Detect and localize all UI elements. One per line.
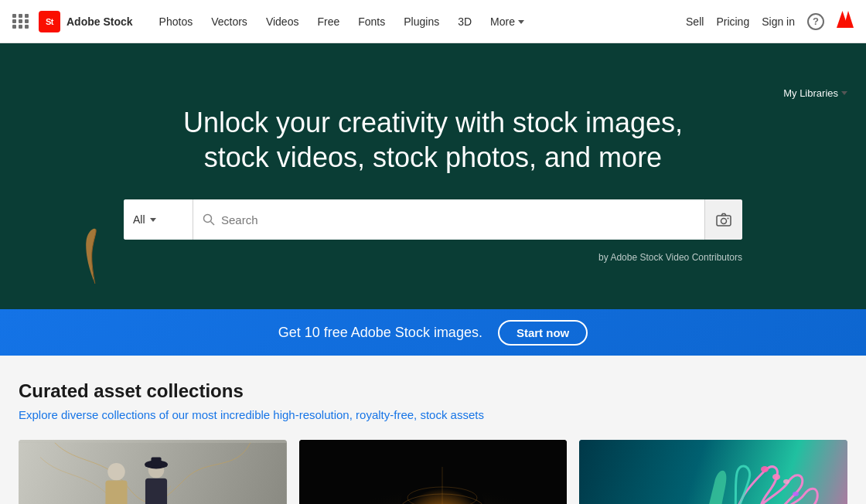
nav-link-videos[interactable]: Videos	[258, 0, 307, 43]
search-icon	[203, 213, 215, 226]
camera-search-button[interactable]	[704, 199, 742, 240]
logo-badge: St	[39, 11, 60, 32]
help-icon[interactable]: ?	[807, 13, 824, 30]
collection-card-2[interactable]	[299, 440, 568, 504]
hero-attribution: by Adobe Stock Video Contributors	[0, 252, 866, 263]
hero-content: Unlock your creativity with stock images…	[0, 105, 866, 240]
nav-link-plugins[interactable]: Plugins	[396, 0, 447, 43]
nav-link-fonts[interactable]: Fonts	[350, 0, 393, 43]
promo-banner: Get 10 free Adobe Stock images. Start no…	[0, 309, 866, 356]
adobe-stock-logo[interactable]: St Adobe Stock	[39, 11, 133, 32]
nav-link-3d[interactable]: 3D	[450, 0, 479, 43]
card-3-image	[579, 440, 847, 504]
apps-grid-icon[interactable]	[12, 14, 29, 29]
chevron-down-icon	[841, 91, 847, 95]
nav-right: Sell Pricing Sign in ?	[686, 11, 854, 32]
nav-signin-link[interactable]: Sign in	[762, 15, 795, 28]
search-input-wrap	[193, 213, 704, 226]
chevron-down-icon	[150, 218, 156, 222]
search-input[interactable]	[221, 213, 695, 226]
nav-link-more[interactable]: More	[482, 0, 532, 43]
svg-point-10	[107, 463, 124, 480]
svg-point-25	[783, 479, 789, 484]
svg-point-3	[204, 215, 212, 223]
svg-rect-11	[105, 481, 127, 504]
chevron-down-icon	[518, 20, 524, 24]
nav-pricing-link[interactable]: Pricing	[716, 15, 749, 28]
svg-point-7	[728, 218, 729, 220]
search-bar: All	[124, 199, 742, 240]
card-2-image	[299, 440, 568, 504]
main-nav: St Adobe Stock Photos Vectors Videos Fre…	[0, 0, 866, 43]
svg-point-6	[721, 219, 727, 224]
svg-line-4	[211, 222, 215, 226]
svg-rect-13	[145, 478, 167, 504]
nav-link-vectors[interactable]: Vectors	[203, 0, 255, 43]
svg-point-26	[793, 492, 799, 496]
logo-text: Adobe Stock	[66, 15, 133, 28]
hero-title: Unlock your creativity with stock images…	[139, 105, 727, 175]
collection-card-3[interactable]	[579, 440, 847, 504]
collections-title: Curated asset collections	[19, 380, 847, 402]
start-now-button[interactable]: Start now	[498, 320, 588, 346]
svg-point-24	[772, 474, 780, 480]
promo-text: Get 10 free Adobe Stock images.	[278, 325, 482, 341]
search-category-select[interactable]: All	[124, 199, 193, 240]
card-1-image	[19, 440, 287, 504]
adobe-icon[interactable]	[837, 11, 854, 32]
my-libraries-button[interactable]: My Libraries	[783, 87, 847, 99]
camera-icon	[716, 213, 731, 226]
collections-subtitle: Explore diverse collections of our most …	[19, 408, 847, 421]
nav-link-free[interactable]: Free	[309, 0, 347, 43]
collections-grid	[19, 440, 847, 504]
svg-rect-15	[151, 458, 161, 466]
nav-link-photos[interactable]: Photos	[152, 0, 201, 43]
hero-section: My Libraries Unlock your creativity with…	[0, 43, 866, 309]
collections-section: Curated asset collections Explore divers…	[0, 356, 866, 504]
nav-sell-link[interactable]: Sell	[686, 15, 704, 28]
svg-point-23	[761, 466, 769, 472]
search-category-label: All	[133, 213, 145, 226]
collection-card-1[interactable]	[19, 440, 287, 504]
nav-links: Photos Vectors Videos Free Fonts Plugins…	[152, 0, 532, 43]
my-libraries-bar: My Libraries	[0, 80, 866, 105]
